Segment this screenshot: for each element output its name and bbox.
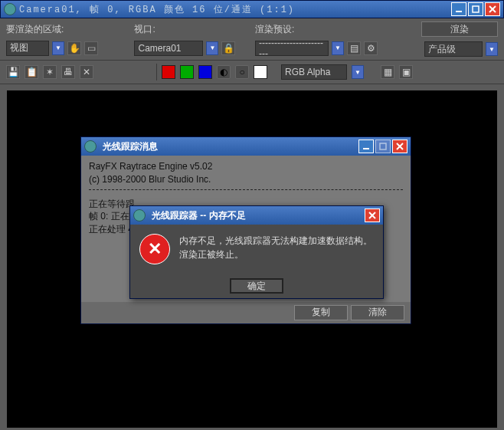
clear-button[interactable]: 清除 <box>351 305 404 320</box>
raytrace-maximize-button <box>375 140 391 153</box>
raytrace-close-button[interactable] <box>392 140 407 153</box>
raytrace-dialog-titlebar[interactable]: 光线跟踪消息 <box>81 137 411 156</box>
preset-dropdown-arrow[interactable] <box>332 41 344 55</box>
error-message-2: 渲染正被终止。 <box>179 248 372 261</box>
dash-divider <box>89 189 403 190</box>
window-title: Camera01, 帧 0, RGBA 颜色 16 位/通道 (1:1) <box>19 3 451 16</box>
error-message-1: 内存不足，光线跟踪器无法构建加速数据结构。 <box>179 234 372 248</box>
error-dialog: 光线跟踪器 -- 内存不足 内存不足，光线跟踪器无法构建加速数据结构。 渲染正被… <box>129 205 384 299</box>
error-x-icon <box>139 234 170 264</box>
copyright-line: (c) 1998-2000 Blur Studio Inc. <box>89 173 403 186</box>
render-area-dropdown-arrow[interactable] <box>52 41 64 55</box>
raytrace-dialog-title: 光线跟踪消息 <box>103 140 358 153</box>
svg-rect-1 <box>473 6 479 12</box>
separator <box>156 64 157 80</box>
close-button[interactable] <box>485 2 500 16</box>
mono-icon[interactable]: ◐ <box>217 65 231 79</box>
clone-icon[interactable]: ✶ <box>43 65 57 79</box>
ok-button[interactable]: 确定 <box>230 278 283 294</box>
copy-button[interactable]: 复制 <box>294 305 348 320</box>
viewport-label: 视口: <box>134 23 249 36</box>
app-icon <box>4 3 16 15</box>
error-dialog-icon <box>133 209 146 222</box>
preset-settings-icon[interactable]: ⚙ <box>364 41 378 55</box>
minimize-button[interactable] <box>451 2 466 16</box>
display-mode-1-icon[interactable]: ▦ <box>381 65 394 79</box>
render-area-value: 视图 <box>10 41 28 54</box>
lock-icon[interactable]: 🔒 <box>221 41 235 55</box>
copy-icon[interactable]: 📋 <box>25 65 38 79</box>
channel-green-swatch[interactable] <box>180 65 194 79</box>
channel-blue-swatch[interactable] <box>198 65 212 79</box>
viewport-value: Camera01 <box>138 43 181 54</box>
preset-value: ------------------------ <box>259 38 325 59</box>
print-icon[interactable]: 🖶 <box>61 65 75 79</box>
render-area-label: 要渲染的区域: <box>6 23 128 36</box>
engine-line: RayFX Raytrace Engine v5.02 <box>89 160 403 173</box>
render-button-label: 渲染 <box>450 23 469 36</box>
render-preset-label: 渲染预设: <box>255 23 407 36</box>
error-dialog-titlebar[interactable]: 光线跟踪器 -- 内存不足 <box>130 206 383 225</box>
raytrace-dialog-footer: 复制 清除 <box>81 302 411 323</box>
error-dialog-footer: 确定 <box>130 274 383 298</box>
alpha-mode-dropdown[interactable]: RGB Alpha <box>281 64 347 80</box>
viewport-dropdown-arrow[interactable] <box>206 41 218 55</box>
alpha-icon[interactable]: ○ <box>235 65 249 79</box>
channel-red-swatch[interactable] <box>162 65 175 79</box>
maximize-button[interactable] <box>468 2 483 16</box>
toolbar-row-2: 💾 📋 ✶ 🖶 ✕ ◐ ○ RGB Alpha ▦ ▣ <box>0 61 504 84</box>
main-titlebar: Camera01, 帧 0, RGBA 颜色 16 位/通道 (1:1) <box>0 0 504 18</box>
raytrace-minimize-button[interactable] <box>358 140 374 153</box>
display-mode-2-icon[interactable]: ▣ <box>399 65 413 79</box>
render-area-dropdown[interactable]: 视图 <box>6 41 49 56</box>
clear-icon[interactable]: ✕ <box>80 65 93 79</box>
render-canvas: 光线跟踪消息 RayFX Raytrace Engine v5.02 (c) 1… <box>7 90 497 428</box>
alpha-mode-dropdown-arrow[interactable] <box>352 65 364 79</box>
error-dialog-body: 内存不足，光线跟踪器无法构建加速数据结构。 渲染正被终止。 <box>130 225 383 274</box>
preset-dropdown[interactable]: ------------------------ <box>255 41 329 56</box>
quality-value: 产品级 <box>428 43 456 56</box>
render-button[interactable]: 渲染 <box>421 21 498 37</box>
save-icon[interactable]: 💾 <box>6 65 20 79</box>
pan-icon[interactable]: ✋ <box>67 41 81 55</box>
color-swatch[interactable] <box>254 65 267 79</box>
viewport-dropdown[interactable]: Camera01 <box>134 41 203 56</box>
svg-rect-5 <box>380 143 386 149</box>
raytrace-dialog-icon <box>84 140 97 153</box>
quality-dropdown[interactable]: 产品级 <box>424 41 483 57</box>
error-dialog-title: 光线跟踪器 -- 内存不足 <box>152 209 365 222</box>
region-icon[interactable]: ▭ <box>84 41 98 55</box>
error-close-button[interactable] <box>365 208 380 222</box>
toolbar-row-1: 要渲染的区域: 视图 ✋ ▭ 视口: Camera01 🔒 渲染预设: ----… <box>0 18 504 61</box>
alpha-mode-value: RGB Alpha <box>285 67 330 77</box>
preset-icon-1[interactable]: ▤ <box>347 41 361 55</box>
quality-dropdown-arrow[interactable] <box>486 42 498 56</box>
